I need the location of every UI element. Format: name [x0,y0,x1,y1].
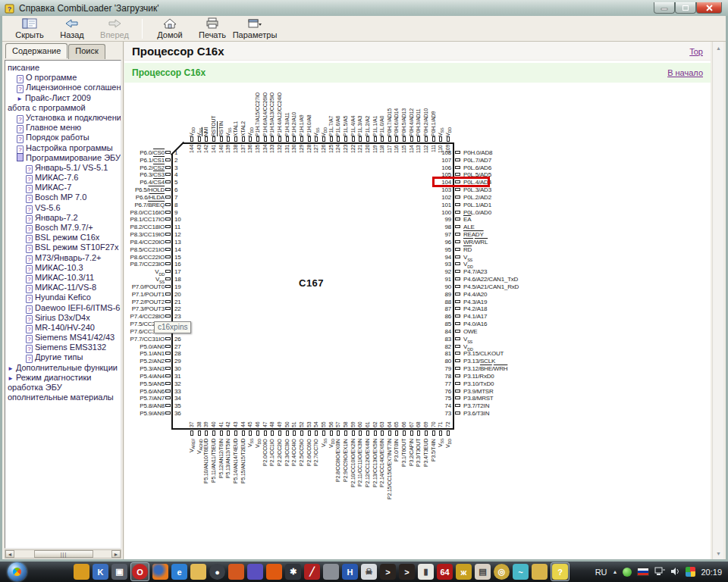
minimize-button[interactable] [654,2,675,14]
tree-item[interactable]: ?Порядок работы [5,133,121,142]
tree-item[interactable]: ?М73/Январь-7.2+ [5,253,121,263]
tree-item[interactable]: ?Daewoo IEFI-6/ITMS-6F [5,303,121,313]
tree-item[interactable]: ?Главное меню [5,123,121,133]
tree-item[interactable]: ?Bosch MP 7.0 [5,192,121,202]
tab-search[interactable]: Поиск [68,44,105,59]
language-indicator[interactable]: RU [595,568,607,577]
terminal2-icon[interactable]: > [399,564,415,580]
hide-button[interactable]: Скрыть [8,17,51,41]
pin-label: P3.13/SCLK [463,358,495,365]
x64-app-icon[interactable]: 64 [437,564,453,580]
sidebar-horizontal-scrollbar[interactable]: ◄ ||| ► [5,549,121,559]
kmplayer-icon[interactable]: K [93,564,108,580]
tree-item[interactable]: ?Другие типы [5,352,121,362]
network-icon[interactable] [654,567,665,577]
tree-item[interactable]: ►Дополнительные функции [5,363,121,373]
tree-item[interactable]: ?Январь-7.2 [5,213,121,223]
pin-stub [227,430,230,436]
pin-stub [190,136,193,142]
h-app-icon[interactable]: H [342,564,358,580]
foobar-icon[interactable]: ~ [513,564,529,580]
tree-item[interactable]: Программирование ЭБУ [5,153,121,163]
messenger-icon[interactable] [247,564,263,580]
scroll-right-arrow[interactable]: ► [111,550,121,558]
help-viewer-icon[interactable]: ? [552,564,568,580]
opera-icon[interactable]: O [132,564,148,580]
pin-stub [410,136,413,142]
security-app-icon[interactable] [74,564,89,580]
title-bar[interactable]: ? Справка CombiLoader 'Загрузчик' [0,0,728,16]
tree-item[interactable]: ?МИКАС-7 [5,183,121,192]
back-button[interactable]: Назад [51,17,93,41]
tree-item[interactable]: ополнительные материалы [5,393,121,402]
tree-item[interactable]: ?Sirius D3x/D4x [5,313,121,323]
tab-contents[interactable]: Содержание [5,43,67,58]
pin-number: 72 [444,416,452,427]
tree-item[interactable]: ?BSL режим C16x [5,233,121,242]
tree-item[interactable]: ►Прайс-Лист 2009 [5,93,121,103]
tree-item[interactable]: ?МИКАС-11/VS-8 [5,283,121,293]
begin-link[interactable]: В начало [667,68,703,77]
tree-item[interactable]: ?О программе [5,73,121,83]
tree-item[interactable]: ?BSL режим ST10F27x [5,242,121,252]
search-app-icon[interactable]: ◎ [494,564,510,580]
media-player-icon[interactable]: ● [209,564,225,580]
folder-icon[interactable] [190,564,206,580]
bug-app-icon[interactable]: ж [456,564,472,580]
tree-item[interactable]: ?Hyundai Kefico [5,293,121,302]
pin-label: RD [463,246,472,254]
pin-number: 14 [174,246,181,254]
sidebar-tabs: СодержаниеПоиск [5,44,106,59]
top-link[interactable]: Top [689,47,703,56]
maximize-button[interactable] [675,2,696,14]
tree-item[interactable]: ?МИКАС-7.6 [5,173,121,183]
tree-item[interactable]: писание [5,63,121,73]
volume-icon[interactable] [670,567,680,577]
film-app-icon[interactable]: ✱ [285,564,301,580]
show-hidden-icons-arrow[interactable]: ▲ [613,569,618,574]
tool-app-icon[interactable] [323,564,339,580]
pencil-app-icon[interactable]: ╱ [304,564,320,580]
flame-app-icon[interactable] [266,564,282,580]
tree-item[interactable]: ?Siemens EMS3132 [5,343,121,352]
screenshot-app-icon[interactable]: ▣ [111,564,127,580]
book-app-icon[interactable]: ▮ [418,564,434,580]
windows-flag-icon [11,566,24,578]
terminal-icon[interactable]: > [380,564,396,580]
tree-item[interactable]: ?Январь-5.1/ VS-5.1 [5,163,121,173]
ghost-app-icon[interactable]: ☠ [361,564,377,580]
tree-item[interactable]: оработка ЭБУ [5,383,121,393]
tree-item[interactable]: ?MR-140/HV-240 [5,323,121,333]
tree-item[interactable]: ?Лицензионное соглашение [5,83,121,92]
scroll-left-arrow[interactable]: ◄ [5,550,14,558]
scroll-up-arrow[interactable]: ▲ [714,42,723,53]
clock[interactable]: 20:19 [701,568,722,577]
tree-item[interactable]: ?VS-5.6 [5,203,121,213]
close-button[interactable] [696,2,722,14]
tree-item[interactable]: ?Настройка программы [5,143,121,153]
options-button[interactable]: Параметры [234,17,276,41]
shortcut-arrow-icon: ► [17,95,23,102]
tree-item[interactable]: ►Режим диагностики [5,373,121,383]
tree-item[interactable]: ?МИКАС-10.3/11 [5,273,121,283]
print-button[interactable]: Печать [191,17,234,41]
image-viewer-icon[interactable]: ▤ [475,564,491,580]
firefox-icon[interactable] [152,564,168,580]
scroll-down-arrow[interactable]: ▼ [714,548,723,559]
antivirus-tray-icon[interactable] [623,568,632,577]
content-vertical-scrollbar[interactable]: ▲ ▼ [712,42,723,559]
tree-item[interactable]: ?Установка и подключение [5,113,121,123]
tree-item[interactable]: абота с программой [5,103,121,113]
pin-number: 116 [393,145,400,156]
photoshop-icon[interactable] [228,564,244,580]
ie-icon[interactable]: e [171,564,187,580]
scroll-thumb[interactable]: ||| [34,550,93,558]
tree-item[interactable]: ?МИКАС-10.3 [5,263,121,273]
tree-item[interactable]: ?Siemens MS41/42/43 [5,333,121,343]
explorer-folder-icon[interactable] [532,564,548,580]
home-button[interactable]: Домой [149,17,191,41]
app-tray-icon[interactable] [686,567,695,577]
start-button[interactable] [8,562,27,581]
russian-flag-icon[interactable] [637,568,649,576]
tree-item[interactable]: ?Bosch M7.9.7/+ [5,223,121,233]
